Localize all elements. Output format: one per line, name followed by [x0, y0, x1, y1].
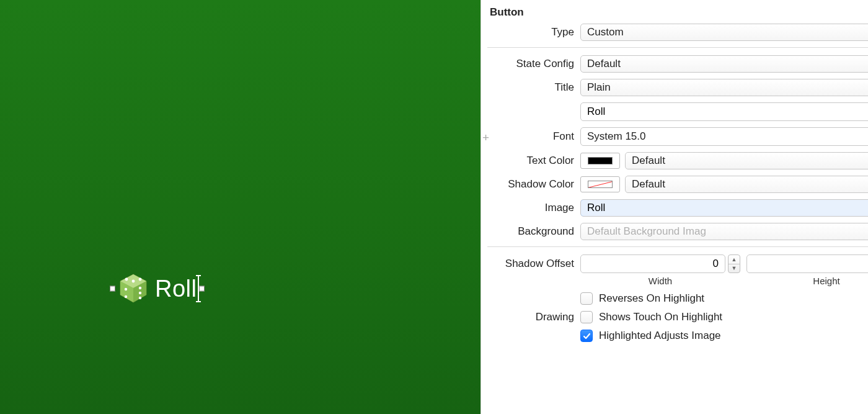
svg-point-8: [125, 295, 127, 298]
reverses-on-highlight-checkbox[interactable]: Reverses On Highlight: [580, 292, 704, 305]
checkbox-unchecked-icon: [580, 292, 593, 305]
divider: [487, 246, 868, 247]
title-text-input[interactable]: [580, 102, 868, 121]
width-sublabel: Width: [580, 276, 740, 286]
svg-point-6: [139, 278, 142, 281]
svg-point-5: [132, 280, 135, 283]
interface-builder-canvas[interactable]: Roll: [0, 0, 480, 414]
svg-point-7: [125, 288, 127, 290]
shadow-offset-width-input[interactable]: [580, 254, 725, 273]
text-color-dropdown[interactable]: Default: [625, 152, 868, 169]
state-config-dropdown[interactable]: Default: [580, 55, 868, 73]
text-color-well[interactable]: [580, 153, 620, 169]
section-header-button: Button: [490, 6, 868, 19]
font-label: Font: [487, 130, 574, 143]
roll-button[interactable]: Roll: [118, 273, 197, 304]
checkbox-unchecked-icon: [580, 311, 593, 323]
title-style-dropdown[interactable]: Plain: [580, 79, 868, 96]
title-label: Title: [487, 81, 574, 94]
svg-point-9: [139, 287, 141, 289]
shadow-offset-label: Shadow Offset: [487, 254, 574, 270]
drawing-label: Drawing: [487, 311, 574, 323]
svg-point-10: [139, 292, 141, 294]
roll-button-label: Roll: [155, 276, 197, 302]
attributes-inspector: Button Type Custom State Config Default: [480, 0, 868, 414]
svg-point-4: [125, 278, 128, 281]
stepper-down-icon[interactable]: ▼: [728, 264, 740, 273]
plus-icon[interactable]: +: [482, 131, 489, 145]
image-input[interactable]: [581, 200, 868, 216]
type-dropdown[interactable]: Custom: [580, 24, 868, 41]
text-color-label: Text Color: [487, 155, 574, 167]
shows-touch-on-highlight-checkbox[interactable]: Shows Touch On Highlight: [580, 311, 722, 323]
shadow-color-label: Shadow Color: [487, 178, 574, 191]
shadow-color-dropdown[interactable]: Default: [625, 176, 868, 193]
divider: [487, 47, 868, 48]
shadow-color-well[interactable]: [580, 176, 620, 192]
checkbox-checked-icon: [580, 330, 593, 342]
svg-point-11: [139, 297, 141, 299]
image-label: Image: [487, 202, 574, 214]
state-config-label: State Config: [487, 58, 574, 70]
highlighted-adjusts-image-checkbox[interactable]: Highlighted Adjusts Image: [580, 330, 721, 342]
background-label: Background: [487, 225, 574, 238]
font-field[interactable]: System 15.0 T: [580, 127, 868, 146]
dice-icon: [118, 273, 149, 304]
type-label: Type: [487, 26, 574, 38]
shadow-offset-height-input[interactable]: [746, 254, 868, 273]
stepper-up-icon[interactable]: ▲: [728, 255, 740, 264]
height-sublabel: Height: [746, 276, 868, 286]
background-combobox[interactable]: Default Background Imag: [580, 223, 868, 240]
shadow-offset-width-stepper[interactable]: ▲ ▼: [728, 254, 740, 273]
text-color-swatch: [588, 157, 613, 164]
selection-handle-right[interactable]: [199, 286, 205, 292]
image-combobox[interactable]: [580, 199, 868, 217]
shadow-color-swatch-none: [588, 181, 613, 188]
text-cursor: [198, 276, 199, 302]
selection-handle-left[interactable]: [110, 286, 115, 292]
